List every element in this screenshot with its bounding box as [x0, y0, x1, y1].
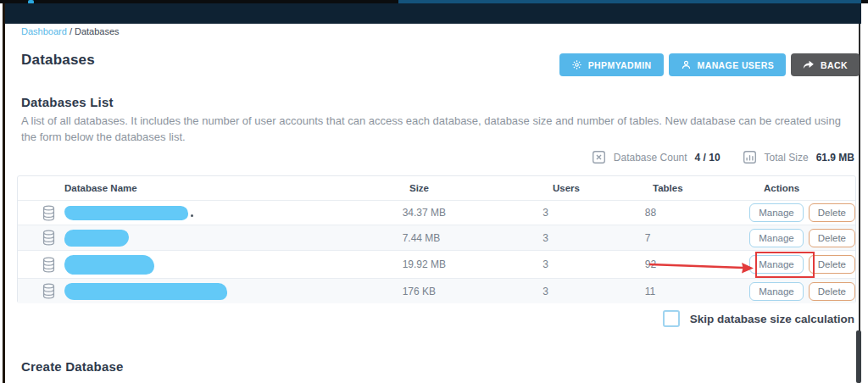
total-size-value: 61.9 MB	[816, 152, 854, 164]
header-tables: Tables	[649, 183, 764, 193]
breadcrumb-dashboard-link[interactable]: Dashboard	[21, 26, 67, 36]
redaction-dot	[191, 214, 193, 217]
skip-size-checkbox[interactable]	[663, 310, 680, 327]
databases-list-heading: Databases List	[21, 95, 114, 109]
redacted-database-name	[64, 230, 129, 247]
manage-button[interactable]: Manage	[749, 203, 804, 222]
skip-size-label: Skip database size calculation	[690, 313, 854, 325]
database-stats-row: Database Count 4 / 10 Total Size 61.9 MB	[592, 150, 854, 164]
page-title: Databases	[21, 52, 95, 69]
table-row: 34.37 MB 3 88 Manage Delete	[18, 200, 855, 225]
header-database-name: Database Name	[18, 183, 408, 193]
cell-users: 3	[542, 286, 637, 297]
create-database-heading: Create Database	[21, 359, 124, 374]
manage-users-button[interactable]: MANAGE USERS	[669, 53, 787, 76]
table-header-row: Database Name Size Users Tables Actions	[18, 176, 855, 200]
gear-icon	[571, 59, 582, 70]
cell-size: 34.37 MB	[401, 207, 542, 219]
user-icon	[681, 59, 692, 70]
total-size-icon	[743, 150, 757, 164]
cell-tables: 88	[637, 207, 749, 219]
cell-size: 19.92 MB	[401, 258, 542, 270]
database-count-icon	[592, 150, 606, 164]
table-row: 176 KB 3 11 Manage Delete	[18, 278, 855, 303]
database-icon	[42, 257, 56, 273]
breadcrumb-separator: /	[67, 26, 75, 36]
databases-list-description: A list of all databases. It includes the…	[21, 114, 848, 146]
table-row-highlighted: 19.92 MB 3 92 Manage Delete	[18, 250, 855, 278]
header-users: Users	[552, 183, 649, 193]
app-top-navbar	[4, 3, 861, 24]
window-left-border	[3, 3, 5, 383]
cell-tables: 92	[637, 258, 749, 270]
scrollbar-thumb[interactable]	[856, 330, 861, 383]
back-arrow-icon	[803, 60, 815, 70]
database-icon	[42, 205, 56, 221]
redacted-database-name	[64, 283, 227, 300]
cell-size: 7.44 MB	[401, 232, 542, 244]
cell-tables: 11	[637, 286, 749, 297]
header-actions: Actions	[764, 183, 855, 193]
redacted-database-name	[64, 206, 188, 220]
back-button[interactable]: BACK	[791, 53, 860, 76]
manage-users-button-label: MANAGE USERS	[698, 60, 775, 70]
cell-users: 3	[542, 207, 637, 219]
phpmyadmin-button[interactable]: PHPMYADMIN	[559, 53, 664, 76]
cell-users: 3	[542, 232, 637, 244]
manage-button[interactable]: Manage	[749, 282, 804, 301]
cell-tables: 7	[637, 232, 749, 244]
delete-button[interactable]: Delete	[809, 282, 855, 301]
header-size: Size	[408, 183, 552, 193]
total-size-label: Total Size	[765, 152, 809, 164]
breadcrumb: Dashboard / Databases	[21, 26, 120, 36]
cell-users: 3	[542, 258, 637, 270]
window-right-border	[859, 24, 860, 383]
database-count-label: Database Count	[614, 152, 687, 164]
database-count-value: 4 / 10	[695, 152, 721, 164]
header-buttons: PHPMYADMIN MANAGE USERS BACK	[559, 53, 860, 76]
skip-size-row: Skip database size calculation	[663, 310, 854, 327]
databases-table: Database Name Size Users Tables Actions …	[17, 175, 856, 303]
breadcrumb-current: Databases	[75, 26, 120, 36]
database-icon	[42, 283, 56, 299]
delete-button[interactable]: Delete	[809, 203, 855, 222]
redacted-database-name	[64, 255, 154, 275]
database-icon	[42, 230, 56, 246]
phpmyadmin-button-label: PHPMYADMIN	[588, 60, 652, 70]
delete-button[interactable]: Delete	[809, 229, 855, 247]
manage-button[interactable]: Manage	[749, 229, 804, 247]
cell-size: 176 KB	[401, 286, 542, 297]
delete-button[interactable]: Delete	[809, 255, 855, 274]
table-row: 7.44 MB 3 7 Manage Delete	[18, 225, 855, 250]
manage-button-highlighted[interactable]: Manage	[749, 255, 804, 274]
back-button-label: BACK	[821, 60, 848, 70]
